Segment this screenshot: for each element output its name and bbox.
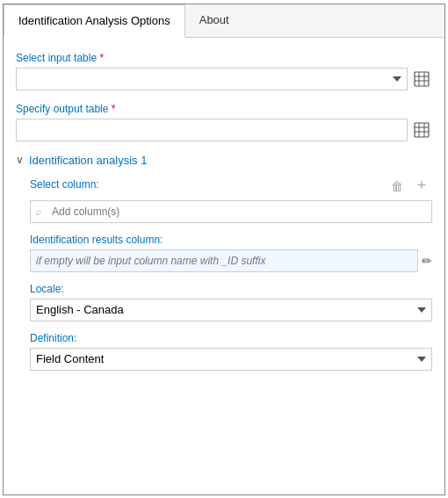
search-icon: ⌕ xyxy=(35,206,41,218)
edit-icon[interactable]: ✏ xyxy=(422,254,432,268)
tab-bar: Identification Analysis Options About xyxy=(4,4,444,38)
section-chevron[interactable]: ∨ xyxy=(16,154,24,166)
section-header: ∨ Identification analysis 1 xyxy=(16,154,432,167)
results-column-input[interactable] xyxy=(30,249,418,272)
output-table-row xyxy=(16,119,432,141)
input-table-group: Select input table * xyxy=(16,52,432,90)
input-table-select[interactable] xyxy=(16,68,408,90)
delete-column-icon[interactable]: 🗑 xyxy=(387,176,408,197)
definition-label: Definition: xyxy=(30,332,432,344)
output-table-grid-icon[interactable] xyxy=(411,119,432,141)
input-table-row xyxy=(16,68,432,90)
input-table-label: Select input table * xyxy=(16,52,432,64)
section-body: Select column: 🗑 + ⌕ Identification resu… xyxy=(16,176,432,371)
section-title: Identification analysis 1 xyxy=(29,154,147,167)
output-table-group: Specify output table * xyxy=(16,103,432,141)
identification-section: ∨ Identification analysis 1 Select colum… xyxy=(16,154,432,371)
add-column-icon[interactable]: + xyxy=(411,176,432,197)
output-table-input[interactable] xyxy=(16,119,408,141)
tab-identification[interactable]: Identification Analysis Options xyxy=(4,4,185,38)
input-table-grid-icon[interactable] xyxy=(411,69,432,90)
svg-rect-5 xyxy=(415,123,429,137)
column-actions: 🗑 + xyxy=(387,176,432,197)
locale-field: Locale: English - Canada English - Unite… xyxy=(30,283,432,321)
main-window: Identification Analysis Options About Se… xyxy=(3,4,445,495)
locale-select[interactable]: English - Canada English - United States… xyxy=(30,299,432,321)
locale-label: Locale: xyxy=(30,283,432,295)
required-star-input: * xyxy=(99,52,104,64)
results-column-row: ✏ xyxy=(30,249,432,272)
results-column-field: Identification results column: ✏ xyxy=(30,234,432,272)
select-column-field: Select column: 🗑 + ⌕ xyxy=(30,176,432,223)
required-star-output: * xyxy=(112,103,116,115)
svg-rect-0 xyxy=(415,72,429,86)
output-table-label: Specify output table * xyxy=(16,103,432,115)
add-column-input[interactable] xyxy=(30,200,432,223)
definition-select[interactable]: Field Content Field Name Both xyxy=(30,348,432,371)
tab-about[interactable]: About xyxy=(185,4,243,37)
results-column-label: Identification results column: xyxy=(30,234,432,246)
add-column-wrap: ⌕ xyxy=(30,200,432,223)
select-column-label: Select column: xyxy=(30,178,99,191)
tab-content: Select input table * xyxy=(4,38,444,494)
definition-field: Definition: Field Content Field Name Bot… xyxy=(30,332,432,371)
